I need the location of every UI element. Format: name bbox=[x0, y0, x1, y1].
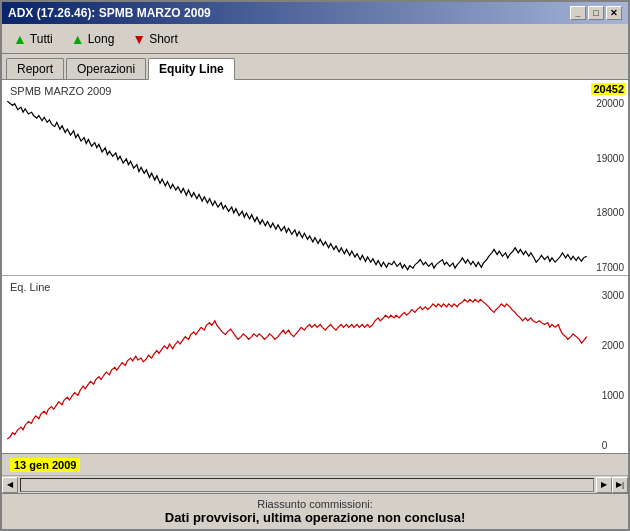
status-line1: Riassunto commissioni: bbox=[257, 498, 373, 510]
y-axis-upper: 20000 19000 18000 17000 bbox=[594, 80, 626, 275]
tab-report[interactable]: Report bbox=[6, 58, 64, 79]
close-button[interactable]: ✕ bbox=[606, 6, 622, 20]
scroll-right-button[interactable]: ▶ bbox=[596, 477, 612, 493]
minimize-button[interactable]: _ bbox=[570, 6, 586, 20]
chart-upper-value: 20452 bbox=[591, 83, 626, 95]
title-bar: ADX (17.26.46): SPMB MARZO 2009 _ □ ✕ bbox=[2, 2, 628, 24]
tabs: Report Operazioni Equity Line bbox=[2, 54, 628, 80]
chart-lower: Eq. Line 3000 2000 1000 0 bbox=[2, 276, 628, 453]
scroll-left-button[interactable]: ◀ bbox=[2, 477, 18, 493]
tutti-button[interactable]: ▲ Tutti bbox=[6, 28, 60, 50]
tab-operazioni[interactable]: Operazioni bbox=[66, 58, 146, 79]
chart-container: SPMB MARZO 2009 20452 20000 19000 18000 … bbox=[2, 80, 628, 453]
title-bar-buttons: _ □ ✕ bbox=[570, 6, 622, 20]
scrollbar-track[interactable] bbox=[20, 478, 594, 492]
chart-upper: SPMB MARZO 2009 20452 20000 19000 18000 … bbox=[2, 80, 628, 276]
toolbar: ▲ Tutti ▲ Long ▼ Short bbox=[2, 24, 628, 54]
short-icon: ▼ bbox=[132, 31, 146, 47]
date-bar: 13 gen 2009 bbox=[2, 453, 628, 475]
tutti-label: Tutti bbox=[30, 32, 53, 46]
status-bar: Riassunto commissioni: Dati provvisori, … bbox=[2, 493, 628, 529]
date-badge: 13 gen 2009 bbox=[10, 458, 80, 472]
short-button[interactable]: ▼ Short bbox=[125, 28, 185, 50]
chart-upper-label: SPMB MARZO 2009 bbox=[10, 85, 111, 97]
short-label: Short bbox=[149, 32, 178, 46]
chart-lower-label: Eq. Line bbox=[10, 281, 50, 293]
y-axis-lower: 3000 2000 1000 0 bbox=[600, 276, 626, 453]
tab-equity-line[interactable]: Equity Line bbox=[148, 58, 235, 80]
status-line2: Dati provvisori, ultima operazione non c… bbox=[165, 510, 466, 525]
maximize-button[interactable]: □ bbox=[588, 6, 604, 20]
long-button[interactable]: ▲ Long bbox=[64, 28, 122, 50]
long-icon: ▲ bbox=[71, 31, 85, 47]
scroll-end-button[interactable]: ▶| bbox=[612, 477, 628, 493]
long-label: Long bbox=[88, 32, 115, 46]
lower-chart-svg bbox=[2, 276, 592, 453]
upper-chart-svg bbox=[2, 80, 592, 275]
window-title: ADX (17.26.46): SPMB MARZO 2009 bbox=[8, 6, 211, 20]
tutti-icon: ▲ bbox=[13, 31, 27, 47]
main-window: ADX (17.26.46): SPMB MARZO 2009 _ □ ✕ ▲ … bbox=[0, 0, 630, 531]
scrollbar-area: ◀ ▶ ▶| bbox=[2, 475, 628, 493]
